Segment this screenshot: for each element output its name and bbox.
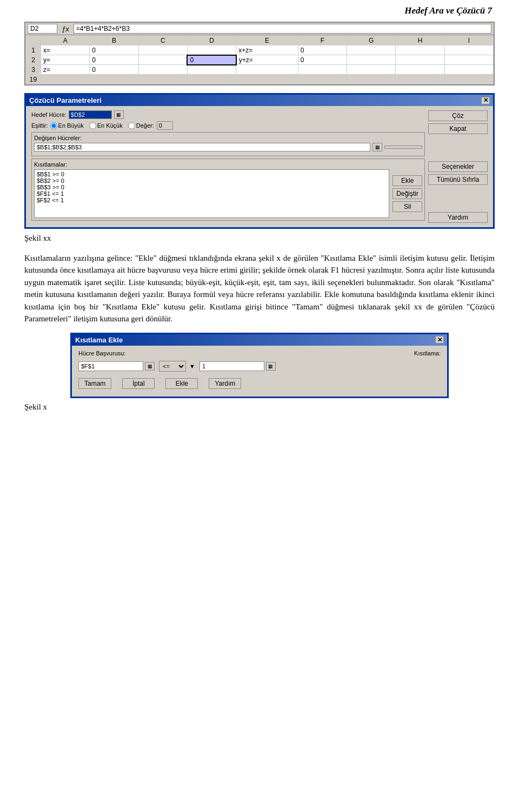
kisitlama-buttons: Tamam İptal Ekle Yardım (78, 376, 441, 392)
constraint-item: $B$3 >= 0 (36, 184, 388, 190)
kisit-ekle-button[interactable]: Ekle (165, 378, 198, 389)
kisitlama-titlebar: Kısıtlama Ekle ✕ (72, 334, 447, 346)
cell-i19[interactable] (444, 75, 493, 84)
table-row: 2 y= 0 0 y+z= 0 (26, 55, 494, 65)
en-buyuk-label: En Büyük (58, 122, 84, 129)
constraint-item: $B$2 >= 0 (36, 177, 388, 184)
deger-radio-input[interactable] (128, 122, 135, 129)
col-header-g: G (347, 36, 396, 45)
cell-e2[interactable]: y+z= (236, 55, 298, 65)
cell-c3[interactable] (138, 65, 187, 75)
constraints-list[interactable]: $B$1 >= 0 $B$2 >= 0 $B$3 >= 0 $F$1 <= 1 … (34, 169, 389, 218)
kisitlama-body: Hücre Başvurusu: Kısıtlama: $F$1 ▦ <= >=… (72, 346, 447, 397)
cell-a1[interactable]: x= (41, 45, 90, 55)
cell-f3[interactable] (298, 65, 347, 75)
ekle-button[interactable]: Ekle (392, 175, 422, 186)
deger-value[interactable]: 0 (157, 121, 173, 130)
kisit-yardim-button[interactable]: Yardım (209, 378, 241, 389)
formula-bar[interactable]: =4*B1+4*B2+6*B3 (74, 24, 491, 34)
col-header-h: H (396, 36, 444, 45)
kisitlama-close-button[interactable]: ✕ (435, 336, 444, 344)
cell-h2[interactable] (396, 55, 444, 65)
cell-b3[interactable]: 0 (90, 65, 138, 75)
hucre-basvurusu-label: Hücre Başvurusu: (78, 350, 125, 357)
operator-select[interactable]: <= >= = (159, 361, 186, 372)
cell-g1[interactable] (347, 45, 396, 55)
degisen-hucre-section: Değişen Hücreler: $B$1;$B$2;$B$3 ▦ (31, 132, 425, 156)
cell-d1[interactable] (187, 45, 236, 55)
cell-g3[interactable] (347, 65, 396, 75)
constraint-item: $F$2 <= 1 (36, 197, 388, 203)
col-header-c: C (138, 36, 187, 45)
cell-f2[interactable]: 0 (298, 55, 347, 65)
cozucu-title: Çözücü Parametreleri (29, 96, 102, 104)
deger-radio[interactable]: Değer: 0 (128, 121, 173, 130)
constraint-item: $F$1 <= 1 (36, 190, 388, 197)
sil-button[interactable]: Sil (392, 201, 422, 212)
operator-row: <= >= = ▼ (159, 361, 195, 372)
cell-i1[interactable] (444, 45, 493, 55)
degisen-hucre-refbtn[interactable]: ▦ (372, 143, 382, 151)
table-row: 3 z= 0 (26, 65, 494, 75)
cell-e19[interactable] (236, 75, 298, 84)
tahmin-button[interactable] (384, 146, 422, 149)
radio-group: En Büyük En Küçük Değer: 0 (50, 121, 173, 130)
cell-h1[interactable] (396, 45, 444, 55)
cell-i2[interactable] (444, 55, 493, 65)
kisitlama-value-input[interactable]: 1 (199, 361, 264, 371)
cell-e3[interactable] (236, 65, 298, 75)
coz-button[interactable]: Çöz (428, 110, 488, 121)
sekil-x-label: Şekil x (24, 402, 495, 412)
en-kucuk-radio[interactable]: En Küçük (89, 122, 123, 129)
degisen-hucre-row: $B$1;$B$2;$B$3 ▦ (34, 143, 422, 151)
en-buyuk-radio-input[interactable] (50, 122, 57, 129)
cell-b1[interactable]: 0 (90, 45, 138, 55)
kisitlamalar-title: Kısıtlamalar: (34, 161, 422, 168)
cell-g19[interactable] (347, 75, 396, 84)
hucre-basvurusu-input[interactable]: $F$1 (78, 361, 143, 371)
hedef-hucre-refbtn[interactable]: ▦ (114, 110, 124, 119)
cell-h19[interactable] (396, 75, 444, 84)
hedef-hucre-row: Hedef Hücre: $D$2 ▦ (31, 110, 425, 119)
cell-c1[interactable] (138, 45, 187, 55)
cell-c19[interactable] (138, 75, 187, 84)
kisitlama-title: Kısıtlama Ekle (75, 336, 123, 344)
cell-f19[interactable] (298, 75, 347, 84)
cell-f1[interactable]: 0 (298, 45, 347, 55)
kisitlama-refbtn[interactable]: ▦ (266, 362, 276, 371)
secenekler-button[interactable]: Seçenekler (428, 161, 488, 172)
operator-dropdown-arrow[interactable]: ▼ (189, 363, 195, 369)
cell-d3[interactable] (187, 65, 236, 75)
cell-b19[interactable] (90, 75, 138, 84)
kisitlama-value-row: 1 ▦ (199, 361, 276, 371)
cozucu-close-button[interactable]: ✕ (481, 97, 490, 104)
hucre-input-row: $F$1 ▦ (78, 361, 155, 371)
degisen-hucre-input[interactable]: $B$1;$B$2;$B$3 (34, 143, 370, 151)
cell-h3[interactable] (396, 65, 444, 75)
en-kucuk-radio-input[interactable] (89, 122, 96, 129)
en-buyuk-radio[interactable]: En Büyük (50, 122, 84, 129)
tamam-button[interactable]: Tamam (78, 378, 111, 389)
hedef-hucre-input[interactable]: $D$2 (69, 110, 112, 119)
cell-a2[interactable]: y= (41, 55, 90, 65)
name-box[interactable]: D2 (28, 24, 57, 34)
cell-d19[interactable] (187, 75, 236, 84)
cell-a19[interactable] (41, 75, 90, 84)
cell-a3[interactable]: z= (41, 65, 90, 75)
kapat-button[interactable]: Kapat (428, 123, 488, 134)
yardim-button[interactable]: Yardım (428, 212, 488, 223)
kisit-inputs-row: $F$1 ▦ <= >= = ▼ 1 ▦ (78, 361, 441, 372)
cell-d2[interactable]: 0 (187, 55, 236, 65)
kisitlama-label-section: Kısıtlama: (414, 350, 441, 357)
cell-i3[interactable] (444, 65, 493, 75)
cell-c2[interactable] (138, 55, 187, 65)
cell-b2[interactable]: 0 (90, 55, 138, 65)
sekil-x-text: Şekil x (24, 402, 47, 411)
tumunu-sifirla-button[interactable]: Tümünü Sıfırla (428, 174, 488, 185)
cell-g2[interactable] (347, 55, 396, 65)
en-kucuk-label: En Küçük (97, 122, 123, 129)
hucre-refbtn[interactable]: ▦ (145, 362, 155, 371)
iptal-button[interactable]: İptal (122, 378, 155, 389)
cell-e1[interactable]: x+z= (236, 45, 298, 55)
degistir-button[interactable]: Değiştir (392, 188, 422, 199)
